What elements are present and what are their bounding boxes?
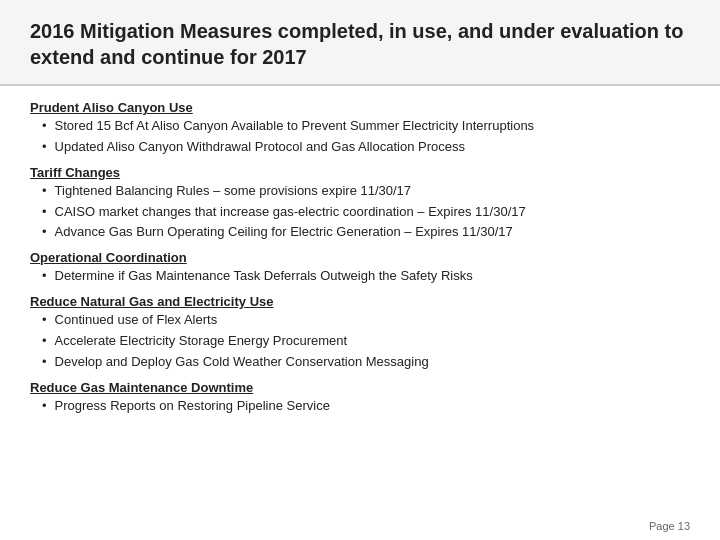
bullet-list-prudent-aliso: •Stored 15 Bcf At Aliso Canyon Available… (30, 117, 690, 157)
bullet-list-tariff-changes: •Tightened Balancing Rules – some provis… (30, 182, 690, 243)
footer: Page 13 (0, 514, 720, 540)
bullet-text: Advance Gas Burn Operating Ceiling for E… (55, 223, 513, 242)
bullet-icon: • (42, 223, 47, 242)
list-item: •Tightened Balancing Rules – some provis… (30, 182, 690, 201)
bullet-icon: • (42, 203, 47, 222)
section-heading-prudent-aliso: Prudent Aliso Canyon Use (30, 100, 690, 115)
bullet-text: Develop and Deploy Gas Cold Weather Cons… (55, 353, 429, 372)
section-heading-reduce-gas-maintenance: Reduce Gas Maintenance Downtime (30, 380, 690, 395)
list-item: •Updated Aliso Canyon Withdrawal Protoco… (30, 138, 690, 157)
section-heading-tariff-changes: Tariff Changes (30, 165, 690, 180)
list-item: •CAISO market changes that increase gas-… (30, 203, 690, 222)
bullet-icon: • (42, 397, 47, 416)
bullet-text: Progress Reports on Restoring Pipeline S… (55, 397, 330, 416)
bullet-text: Stored 15 Bcf At Aliso Canyon Available … (55, 117, 535, 136)
bullet-icon: • (42, 353, 47, 372)
bullet-icon: • (42, 267, 47, 286)
bullet-text: CAISO market changes that increase gas-e… (55, 203, 526, 222)
header: 2016 Mitigation Measures completed, in u… (0, 0, 720, 86)
bullet-icon: • (42, 138, 47, 157)
bullet-icon: • (42, 311, 47, 330)
bullet-text: Tightened Balancing Rules – some provisi… (55, 182, 412, 201)
content-area: Prudent Aliso Canyon Use•Stored 15 Bcf A… (0, 86, 720, 514)
bullet-list-reduce-gas-maintenance: •Progress Reports on Restoring Pipeline … (30, 397, 690, 416)
bullet-text: Determine if Gas Maintenance Task Deferr… (55, 267, 473, 286)
list-item: •Determine if Gas Maintenance Task Defer… (30, 267, 690, 286)
page: 2016 Mitigation Measures completed, in u… (0, 0, 720, 540)
page-title: 2016 Mitigation Measures completed, in u… (30, 18, 690, 70)
list-item: •Progress Reports on Restoring Pipeline … (30, 397, 690, 416)
bullet-icon: • (42, 182, 47, 201)
list-item: •Stored 15 Bcf At Aliso Canyon Available… (30, 117, 690, 136)
section-heading-operational-coordination: Operational Coordination (30, 250, 690, 265)
page-number: Page 13 (649, 520, 690, 532)
bullet-icon: • (42, 117, 47, 136)
bullet-list-reduce-natural-gas: •Continued use of Flex Alerts•Accelerate… (30, 311, 690, 372)
bullet-text: Accelerate Electricity Storage Energy Pr… (55, 332, 348, 351)
bullet-icon: • (42, 332, 47, 351)
list-item: •Develop and Deploy Gas Cold Weather Con… (30, 353, 690, 372)
list-item: •Continued use of Flex Alerts (30, 311, 690, 330)
bullet-list-operational-coordination: •Determine if Gas Maintenance Task Defer… (30, 267, 690, 286)
list-item: •Advance Gas Burn Operating Ceiling for … (30, 223, 690, 242)
bullet-text: Updated Aliso Canyon Withdrawal Protocol… (55, 138, 465, 157)
section-heading-reduce-natural-gas: Reduce Natural Gas and Electricity Use (30, 294, 690, 309)
bullet-text: Continued use of Flex Alerts (55, 311, 218, 330)
list-item: •Accelerate Electricity Storage Energy P… (30, 332, 690, 351)
